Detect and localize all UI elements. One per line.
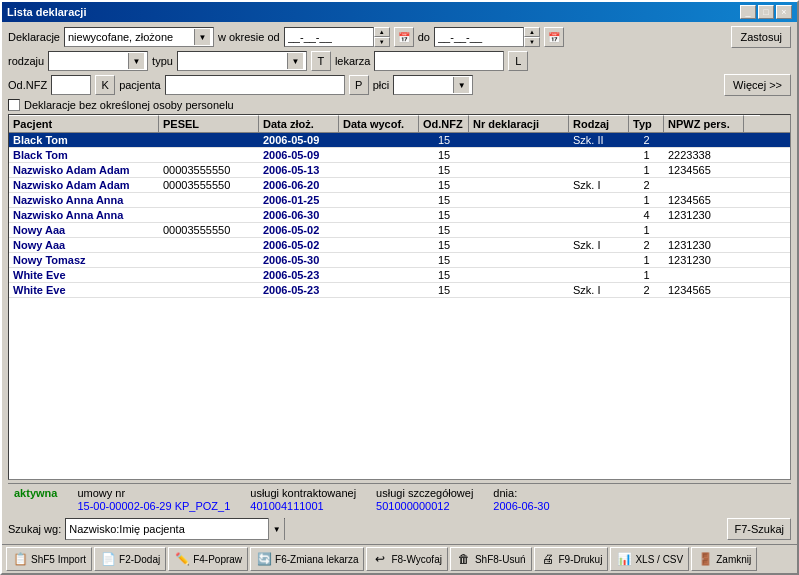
f9_drukuj-button[interactable]: 🖨F9-Drukuj [534,547,609,571]
f2_dodaj-icon: 📄 [100,551,116,567]
close-button[interactable]: × [776,5,792,19]
k-button[interactable]: K [95,75,115,95]
table-cell [159,133,259,147]
uslug-value[interactable]: 401004111001 [250,500,356,512]
table-row[interactable]: Nazwisko Adam Adam000035555502006-05-131… [9,163,790,178]
deklaracje-combo-arrow[interactable]: ▼ [194,29,210,45]
deklaracje-combo[interactable]: niewycofane, złożone ▼ [64,27,214,47]
t-button[interactable]: T [311,51,331,71]
okres-od-down[interactable]: ▼ [374,37,390,47]
typu-arrow[interactable]: ▼ [287,53,303,69]
do-down[interactable]: ▼ [524,37,540,47]
f8_wycofaj-button[interactable]: ↩F8-Wycofaj [366,547,447,571]
table-cell [569,268,629,282]
f2_dodaj-label: F2-Dodaj [119,554,160,565]
f7-search-button[interactable]: F7-Szukaj [727,518,791,540]
shf8_usun-button[interactable]: 🗑ShF8-Usuń [450,547,532,571]
table-row[interactable]: Black Tom2006-05-091512223338 [9,148,790,163]
search-combo[interactable]: Nazwisko:Imię pacjenta ▼ [65,518,285,540]
umowy-label: umowy nr [77,487,230,499]
table-row[interactable]: Nowy Aaa2006-05-0215Szk. I21231230 [9,238,790,253]
table-row[interactable]: Nazwisko Adam Adam000035555502006-06-201… [9,178,790,193]
table-cell [339,163,419,177]
plci-arrow[interactable]: ▼ [453,77,469,93]
col-od-nfz: Od.NFZ [419,115,469,132]
search-combo-arrow[interactable]: ▼ [268,518,284,540]
f8_wycofaj-icon: ↩ [372,551,388,567]
wiecej-button[interactable]: Więcej >> [724,74,791,96]
f2_dodaj-button[interactable]: 📄F2-Dodaj [94,547,166,571]
do-input[interactable] [434,27,524,47]
table-cell [159,268,259,282]
f6_zmiana-label: F6-Zmiana lekarza [275,554,358,565]
table-cell: 00003555550 [159,223,259,237]
f6_zmiana-button[interactable]: 🔄F6-Zmiana lekarza [250,547,364,571]
rodzaju-combo[interactable]: ▼ [48,51,148,71]
table-cell: 1 [629,163,664,177]
table-cell [339,253,419,267]
shf5_import-button[interactable]: 📋ShF5 Import [6,547,92,571]
table-body[interactable]: Black Tom2006-05-0915Szk. II2Black Tom20… [9,133,790,479]
okres-od-cal-button[interactable]: 📅 [394,27,414,47]
col-pacjent: Pacjent [9,115,159,132]
umowy-value[interactable]: 15-00-00002-06-29 KP_POZ_1 [77,500,230,512]
table-header: Pacjent PESEL Data złoż. Data wycof. Od.… [9,115,790,133]
plci-combo[interactable]: ▼ [393,75,473,95]
table-row[interactable]: Nowy Tomasz2006-05-301511231230 [9,253,790,268]
table-wrapper: Pacjent PESEL Data złoż. Data wycof. Od.… [8,114,791,480]
table-cell [339,208,419,222]
table-cell: Szk. I [569,283,629,297]
status-uslug-szcz: usługi szczegółowej 501000000012 [376,487,473,512]
table-cell: Nowy Tomasz [9,253,159,267]
bez-osoby-label: Deklaracje bez określonej osoby personel… [24,99,234,111]
shf5_import-icon: 📋 [12,551,28,567]
zamknij-button[interactable]: 🚪Zamknij [691,547,757,571]
table-cell [469,148,569,162]
minimize-button[interactable]: _ [740,5,756,19]
table-cell: 1234565 [664,283,744,297]
uslug-szcz-value[interactable]: 501000000012 [376,500,473,512]
table-row[interactable]: Nowy Aaa000035555502006-05-02151 [9,223,790,238]
table-cell: Nowy Aaa [9,223,159,237]
title-bar: Lista deklaracji _ □ × [2,2,797,22]
status-bar: aktywna umowy nr 15-00-00002-06-29 KP_PO… [8,483,791,515]
f4_popraw-button[interactable]: ✏️F4-Popraw [168,547,248,571]
lekarza-input[interactable] [374,51,504,71]
table-cell: 1 [629,193,664,207]
table-cell: 15 [419,253,469,267]
maximize-button[interactable]: □ [758,5,774,19]
table-cell [469,133,569,147]
do-cal-button[interactable]: 📅 [544,27,564,47]
col-data-zloz: Data złoż. [259,115,339,132]
table-cell [159,238,259,252]
rodzaju-arrow[interactable]: ▼ [128,53,144,69]
okres-od-up[interactable]: ▲ [374,27,390,37]
okres-od-input[interactable] [284,27,374,47]
od-nfz-label: Od.NFZ [8,79,47,91]
status-dnia: dnia: 2006-06-30 [493,487,549,512]
table-row[interactable]: White Eve2006-05-2315Szk. I21234565 [9,283,790,298]
table-row[interactable]: Nazwisko Anna Anna2006-01-251511234565 [9,193,790,208]
table-row[interactable]: White Eve2006-05-23151 [9,268,790,283]
table-cell [339,133,419,147]
bez-osoby-checkbox[interactable] [8,99,20,111]
f4_popraw-icon: ✏️ [174,551,190,567]
table-row[interactable]: Nazwisko Anna Anna2006-06-301541231230 [9,208,790,223]
table-cell: 15 [419,133,469,147]
od-nfz-input[interactable] [51,75,91,95]
pacjenta-input[interactable] [165,75,345,95]
typu-label: typu [152,55,173,67]
do-up[interactable]: ▲ [524,27,540,37]
xls_csv-button[interactable]: 📊XLS / CSV [610,547,689,571]
xls_csv-icon: 📊 [616,551,632,567]
table-cell [469,208,569,222]
window-title: Lista deklaracji [7,6,87,18]
table-cell [569,193,629,207]
table-cell [469,163,569,177]
table-row[interactable]: Black Tom2006-05-0915Szk. II2 [9,133,790,148]
p-button[interactable]: P [349,75,369,95]
l-button[interactable]: L [508,51,528,71]
typu-combo[interactable]: ▼ [177,51,307,71]
deklaracje-row: Deklaracje niewycofane, złożone ▼ w okre… [8,26,791,48]
zastosuj-button[interactable]: Zastosuj [731,26,791,48]
